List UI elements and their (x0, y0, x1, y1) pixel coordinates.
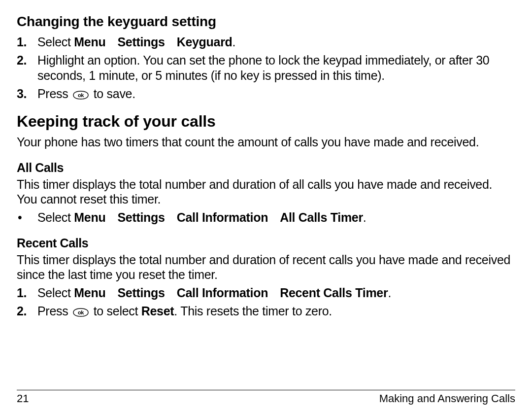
steps-recent: 1. Select MenuSettingsCall InformationRe… (17, 285, 515, 319)
heading-calls: Keeping track of your calls (17, 112, 515, 131)
heading-allcalls: All Calls (17, 161, 515, 175)
ok-button-icon: ok (72, 90, 89, 100)
ok-button-icon: ok (72, 308, 89, 317)
intro-calls: Your phone has two timers that count the… (17, 135, 515, 150)
steps-keyguard: 1. Select MenuSettingsKeyguard. 2. Highl… (17, 34, 515, 102)
step-1: 1. Select MenuSettingsKeyguard. (17, 34, 515, 50)
svg-text:ok: ok (78, 309, 84, 315)
heading-recent: Recent Calls (17, 236, 515, 250)
step-text: Highlight an option. You can set the pho… (37, 53, 489, 82)
body-recent: This timer displays the total number and… (17, 252, 515, 282)
step-2: 2. Press ok to select Reset. This resets… (17, 304, 515, 319)
step-num: 1. (17, 34, 27, 50)
step-3: 3. Press ok to save. (17, 86, 515, 102)
step-num: 2. (17, 304, 27, 319)
step-text: Press ok to select Reset. This resets th… (37, 304, 332, 318)
step-text: Press ok to save. (37, 87, 135, 101)
step-2: 2. Highlight an option. You can set the … (17, 53, 515, 83)
chapter-label: Making and Answering Calls (379, 392, 515, 405)
step-1: 1. Select MenuSettingsCall InformationRe… (17, 285, 515, 301)
page-footer: 21 Making and Answering Calls (17, 390, 515, 405)
heading-keyguard: Changing the keyguard setting (17, 14, 515, 30)
step-num: 2. (17, 53, 27, 68)
step-num: 1. (17, 285, 27, 301)
step-num: 3. (17, 86, 27, 102)
page-number: 21 (17, 392, 29, 405)
step-text: Select MenuSettingsCall InformationRecen… (37, 286, 391, 300)
body-allcalls: This timer displays the total number and… (17, 177, 515, 207)
step-text: Select MenuSettingsKeyguard. (37, 35, 235, 49)
bullets-allcalls: Select MenuSettingsCall InformationAll C… (17, 210, 515, 225)
bullet-allcalls: Select MenuSettingsCall InformationAll C… (17, 210, 515, 225)
svg-text:ok: ok (78, 92, 84, 98)
